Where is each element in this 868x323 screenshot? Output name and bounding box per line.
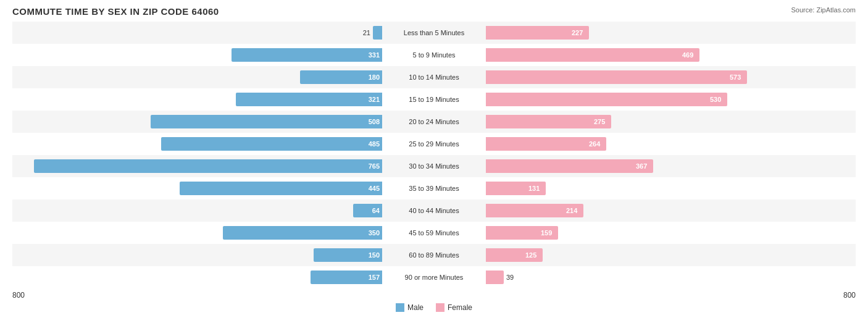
bar-female xyxy=(486,93,727,106)
chart-row: 18010 to 14 Minutes573 xyxy=(12,66,856,88)
legend: Male Female xyxy=(12,303,856,312)
legend-male: Male xyxy=(396,303,424,312)
right-side: 275 xyxy=(483,111,856,133)
chart-row: 32115 to 19 Minutes530 xyxy=(12,88,856,111)
row-label: 40 to 44 Minutes xyxy=(385,207,483,214)
value-male: 445 xyxy=(369,185,380,192)
value-male: 180 xyxy=(369,73,380,81)
axis-labels: 800 800 xyxy=(12,291,856,300)
value-male: 64 xyxy=(372,207,380,214)
row-label: 90 or more Minutes xyxy=(385,274,483,281)
axis-label-right: 800 xyxy=(843,291,856,300)
value-female: 367 xyxy=(636,162,647,170)
value-male: 150 xyxy=(369,251,380,259)
legend-female: Female xyxy=(436,303,472,312)
bar-male xyxy=(236,93,382,106)
left-side: 485 xyxy=(12,133,385,155)
row-label: 30 to 34 Minutes xyxy=(385,162,483,170)
right-side: 264 xyxy=(483,133,856,155)
bar-female xyxy=(486,48,699,62)
right-side: 39 xyxy=(483,266,856,288)
value-female: 159 xyxy=(541,229,552,237)
left-side: 331 xyxy=(12,44,385,66)
row-label: 45 to 59 Minutes xyxy=(385,229,483,237)
right-side: 214 xyxy=(483,199,856,222)
left-side: 150 xyxy=(12,244,385,266)
legend-male-label: Male xyxy=(407,303,424,312)
value-female: 573 xyxy=(730,73,741,81)
chart-row: 6440 to 44 Minutes214 xyxy=(12,199,856,222)
left-side: 765 xyxy=(12,155,385,177)
value-female: 131 xyxy=(528,185,540,192)
right-side: 367 xyxy=(483,155,856,177)
chart-row: 21Less than 5 Minutes227 xyxy=(12,22,856,44)
value-female: 530 xyxy=(710,96,721,103)
row-label: 10 to 14 Minutes xyxy=(385,73,483,81)
value-male: 157 xyxy=(369,274,380,281)
bar-male xyxy=(161,137,382,151)
source-text: Source: ZipAtlas.com xyxy=(791,6,856,14)
row-label: 60 to 89 Minutes xyxy=(385,251,483,259)
chart-title: COMMUTE TIME BY SEX IN ZIP CODE 64060 xyxy=(12,6,856,17)
bar-male xyxy=(232,48,382,62)
chart-row: 44535 to 39 Minutes131 xyxy=(12,177,856,199)
value-male: 321 xyxy=(369,96,380,103)
bar-male xyxy=(180,182,382,195)
value-male: 331 xyxy=(369,51,380,59)
right-side: 159 xyxy=(483,222,856,244)
legend-female-box xyxy=(436,303,444,312)
chart-area: 21Less than 5 Minutes2273315 to 9 Minute… xyxy=(12,22,856,288)
right-side: 469 xyxy=(483,44,856,66)
value-female: 469 xyxy=(682,51,693,59)
chart-row: 15790 or more Minutes39 xyxy=(12,266,856,288)
value-female: 275 xyxy=(594,118,605,125)
value-male: 21 xyxy=(363,29,370,36)
value-male: 350 xyxy=(369,229,380,237)
left-side: 180 xyxy=(12,66,385,88)
chart-row: 3315 to 9 Minutes469 xyxy=(12,44,856,66)
left-side: 445 xyxy=(12,177,385,199)
bar-female xyxy=(486,271,504,284)
legend-female-label: Female xyxy=(448,303,472,312)
left-side: 508 xyxy=(12,111,385,133)
chart-row: 76530 to 34 Minutes367 xyxy=(12,155,856,177)
bar-female xyxy=(486,70,747,84)
legend-male-box xyxy=(396,303,404,312)
chart-row: 35045 to 59 Minutes159 xyxy=(12,222,856,244)
left-side: 64 xyxy=(12,199,385,222)
value-male: 765 xyxy=(369,162,380,170)
bar-female xyxy=(486,159,653,173)
chart-row: 48525 to 29 Minutes264 xyxy=(12,133,856,155)
right-side: 125 xyxy=(483,244,856,266)
row-label: 35 to 39 Minutes xyxy=(385,185,483,192)
bar-male xyxy=(151,115,382,128)
row-label: 5 to 9 Minutes xyxy=(385,51,483,59)
right-side: 227 xyxy=(483,22,856,44)
chart-row: 50820 to 24 Minutes275 xyxy=(12,111,856,133)
value-female: 125 xyxy=(525,251,536,259)
value-male: 485 xyxy=(369,140,380,148)
chart-row: 15060 to 89 Minutes125 xyxy=(12,244,856,266)
bar-male xyxy=(223,226,382,240)
value-female: 214 xyxy=(566,207,577,214)
value-female: 264 xyxy=(589,140,600,148)
bar-male xyxy=(373,26,382,40)
bar-female xyxy=(486,115,611,128)
row-label: Less than 5 Minutes xyxy=(385,29,483,36)
row-label: 15 to 19 Minutes xyxy=(385,96,483,103)
bar-male xyxy=(34,159,382,173)
value-female: 39 xyxy=(506,274,514,281)
right-side: 573 xyxy=(483,66,856,88)
value-male: 508 xyxy=(369,118,380,125)
left-side: 21 xyxy=(12,22,385,44)
left-side: 321 xyxy=(12,88,385,111)
value-female: 227 xyxy=(572,29,583,36)
row-label: 20 to 24 Minutes xyxy=(385,118,483,125)
right-side: 131 xyxy=(483,177,856,199)
right-side: 530 xyxy=(483,88,856,111)
row-label: 25 to 29 Minutes xyxy=(385,140,483,148)
left-side: 350 xyxy=(12,222,385,244)
bar-female xyxy=(486,137,606,151)
chart-container: COMMUTE TIME BY SEX IN ZIP CODE 64060 So… xyxy=(0,0,868,323)
left-side: 157 xyxy=(12,266,385,288)
